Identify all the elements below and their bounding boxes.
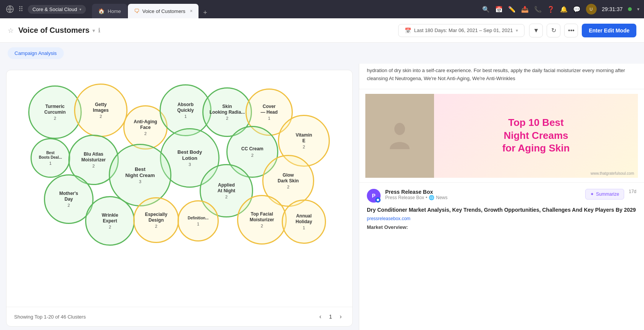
bubble-label: BestNight Cream (125, 166, 155, 178)
browser-logo (5, 4, 15, 14)
bubble-label: AnnualHoliday (295, 213, 312, 224)
person-photo (365, 94, 434, 178)
download-icon[interactable]: 📥 (521, 6, 529, 13)
bubble-b12[interactable]: BestNight Cream3 (109, 144, 171, 206)
calendar-filter-icon: 📅 (405, 27, 411, 34)
campaign-analysis-tab[interactable]: Campaign Analysis (8, 47, 64, 59)
page-title-chevron-icon[interactable]: ▾ (92, 27, 95, 34)
bubble-label: Top FacialMoisturizer (250, 211, 274, 222)
image-section: Top 10 BestNight Creamsfor Aging Skin ww… (359, 89, 644, 182)
browser-bar: ⠿ Core & Social Cloud ▾ 🏠 Home 🗨 Voice o… (0, 0, 644, 18)
favorite-star-icon[interactable]: ☆ (8, 26, 14, 35)
news-avatar-badge (375, 197, 381, 203)
right-panel: hydration of dry skin into a self-care e… (359, 64, 644, 330)
tabs-area: 🏠 Home 🗨 Voice of Customers × + (89, 0, 479, 18)
bubble-count: 2 (251, 153, 253, 158)
app-name[interactable]: Core & Social Cloud ▾ (28, 5, 86, 14)
bubble-label: WrinkleExpert (102, 212, 118, 224)
info-icon[interactable]: ℹ (98, 27, 100, 34)
news-meta: Press Release Box Press Release Box • 🌐 … (385, 189, 581, 200)
chart-container: TurmericCurcumin2GettyImages2Anti-AgingF… (6, 70, 353, 327)
date-filter-chevron-icon: ▾ (516, 28, 518, 33)
bubble-b19[interactable]: Top FacialMoisturizer2 (237, 195, 287, 245)
current-page: 1 (329, 314, 332, 320)
news-sub-label: Press Release Box • 🌐 News (385, 195, 581, 200)
bubble-label: BestBoots Deal... (39, 151, 62, 160)
tab-add-button[interactable]: + (199, 7, 211, 18)
refresh-button[interactable]: ↻ (547, 24, 560, 37)
bubble-count: 1 (197, 222, 199, 226)
more-options-button[interactable]: ••• (564, 24, 578, 37)
page-title: Voice of Customers (18, 26, 89, 35)
filter-button[interactable]: ▼ (529, 24, 543, 37)
bubble-count: 2 (261, 224, 263, 228)
image-headline: Top 10 BestNight Creamsfor Aging Skin (502, 116, 570, 155)
edit-icon[interactable]: ✏️ (508, 6, 516, 13)
image-site-url: www.thatgratefulsoul.com (591, 171, 634, 175)
bubble-label: SkinLooking Radia... (210, 104, 245, 115)
prev-page-button[interactable]: ‹ (316, 312, 324, 322)
bubble-count: 2 (155, 224, 157, 229)
bubble-label: EspeciallyDesign (145, 212, 168, 223)
news-link[interactable]: pressreleasebox.com (367, 216, 636, 221)
date-filter[interactable]: 📅 Last 180 Days: Mar 06, 2021 – Sep 01, … (398, 24, 525, 37)
chart-footer: Showing Top 1-20 of 46 Clusters ‹ 1 › (6, 307, 352, 326)
page-title-area: Voice of Customers ▾ ℹ (18, 26, 100, 35)
bubble-label: Definition... (188, 216, 208, 221)
bubble-label: Anti-AgingFace (134, 119, 157, 130)
status-dot (628, 7, 632, 11)
phone-icon[interactable]: 📞 (534, 6, 542, 13)
product-description: hydration of dry skin into a self-care e… (359, 64, 644, 89)
edit-mode-button[interactable]: Enter Edit Mode (582, 24, 636, 37)
bubble-b1[interactable]: TurmericCurcumin2 (28, 85, 82, 139)
left-panel: TurmericCurcumin2GettyImages2Anti-AgingF… (0, 64, 359, 330)
app-name-chevron-icon: ▾ (79, 7, 81, 11)
bubble-b2[interactable]: GettyImages2 (74, 84, 128, 137)
bubble-b8[interactable]: BestBoots Deal...1 (31, 138, 70, 178)
status-chevron-icon[interactable]: ▾ (637, 6, 639, 12)
bubble-label: GettyImages (93, 102, 108, 113)
bubble-label: Blu AtlasMoisturizer (81, 151, 106, 163)
bubble-count: 2 (92, 164, 95, 168)
bubble-b16[interactable]: WrinkleExpert2 (85, 196, 135, 246)
calendar-icon[interactable]: 📅 (495, 6, 503, 13)
bubble-b17[interactable]: EspeciallyDesign2 (133, 197, 179, 243)
bubble-label: VitaminE (295, 132, 312, 143)
bell-icon[interactable]: 🔔 (560, 6, 568, 13)
next-page-button[interactable]: › (337, 312, 345, 322)
tab-close-icon[interactable]: × (190, 8, 192, 14)
bubble-count: 3 (189, 162, 191, 167)
bubble-label: Cover— Head (261, 104, 278, 115)
news-card: P Press Release Box Press Release Box • … (359, 182, 644, 237)
time-display: 29:31:37 (602, 6, 623, 12)
bubble-count: 2 (100, 114, 102, 119)
bubble-count: 2 (303, 145, 305, 149)
bubble-label: Mother'sDay (59, 191, 78, 202)
grid-icon[interactable]: ⠿ (18, 5, 23, 13)
news-time: 17d (629, 189, 636, 194)
bubble-count: 2 (68, 203, 70, 208)
avatar[interactable]: U (586, 4, 597, 14)
bubble-b18[interactable]: Definition...1 (178, 200, 219, 241)
sub-nav: Campaign Analysis (0, 43, 644, 64)
app-bar: ☆ Voice of Customers ▾ ℹ 📅 Last 180 Days… (0, 18, 644, 43)
browser-actions: 🔍 📅 ✏️ 📥 📞 ❓ 🔔 💬 U 29:31:37 ▾ (482, 4, 640, 14)
svg-point-1 (394, 123, 405, 135)
bubble-count: 3 (139, 179, 141, 184)
bubble-count: 2 (109, 225, 111, 229)
news-body: Market Overview: (367, 224, 636, 230)
search-icon[interactable]: 🔍 (482, 6, 490, 13)
tab-home[interactable]: 🏠 Home (92, 4, 127, 18)
tab-active[interactable]: 🗨 Voice of Customers × (128, 4, 199, 18)
news-title: Dry Conditioner Market Analysis, Key Tre… (367, 206, 636, 214)
bubble-label: GlowDark Skin (278, 172, 299, 184)
news-header: P Press Release Box Press Release Box • … (367, 189, 636, 203)
bubble-count: 1 (268, 116, 270, 121)
bubble-label: AppliedAt Night (218, 182, 236, 193)
svg-point-2 (377, 199, 379, 201)
help-icon[interactable]: ❓ (547, 6, 555, 13)
news-source-name: Press Release Box (385, 189, 581, 195)
bubble-b20[interactable]: AnnualHoliday1 (282, 200, 326, 244)
summarize-button[interactable]: ✦ Summarize (585, 189, 624, 200)
chat-icon[interactable]: 💬 (573, 6, 581, 13)
